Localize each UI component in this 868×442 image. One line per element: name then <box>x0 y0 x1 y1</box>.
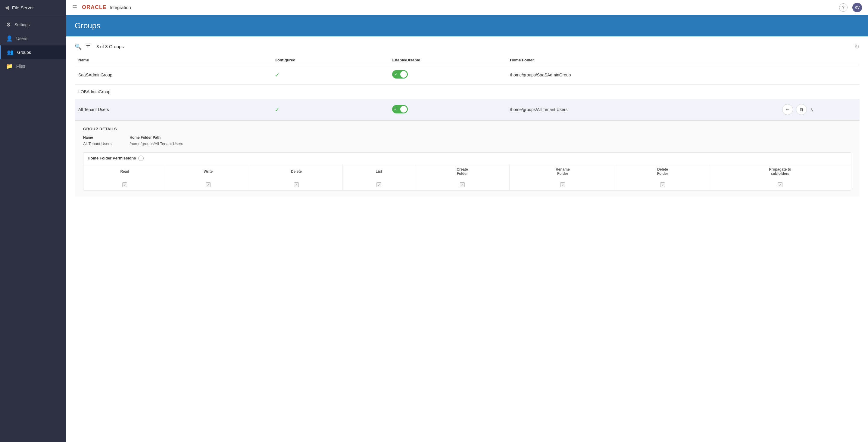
perm-write: ✓ <box>166 179 250 191</box>
perm-rename-folder: ✓ <box>509 179 616 191</box>
table-row: LOBAdminGroup <box>75 84 860 99</box>
group-name: LOBAdminGroup <box>75 84 271 99</box>
search-icon[interactable]: 🔍 <box>75 43 81 50</box>
perm-read-checkbox[interactable]: ✓ <box>122 182 127 187</box>
hamburger-icon[interactable]: ☰ <box>72 4 77 11</box>
sidebar-item-label: Files <box>16 64 25 69</box>
content-area: 🔍 3 of 3 Groups ↻ Name Configured Enable… <box>66 36 868 442</box>
enable-toggle[interactable]: ✓ <box>392 70 408 78</box>
table-row: SaaSAdminGroup ✓ ✓ /home/groups/SaaSAdmi… <box>75 65 860 84</box>
oracle-text: ORACLE <box>82 4 106 10</box>
configured-check-icon: ✓ <box>275 72 280 78</box>
sidebar-nav: ⚙ Settings 👤 Users 👥 Groups 📁 Files <box>0 15 66 73</box>
enable-toggle[interactable]: ✓ <box>392 105 408 113</box>
groups-icon: 👥 <box>7 49 13 56</box>
group-details-title: GROUP DETAILS <box>83 127 851 131</box>
table-row: All Tenant Users ✓ ✓ /home/groups/All Te… <box>75 99 860 121</box>
groups-table: Name Configured Enable/Disable Home Fold… <box>75 55 860 121</box>
users-icon: 👤 <box>6 35 13 42</box>
permissions-title: Home Folder Permissions <box>88 156 136 160</box>
configured-check-icon: ✓ <box>275 106 280 113</box>
svg-rect-1 <box>87 45 90 46</box>
svg-rect-0 <box>86 44 91 44</box>
toggle-knob <box>400 106 407 112</box>
detail-home-folder-label: Home Folder Path <box>129 135 183 140</box>
perm-col-write: Write <box>166 164 250 179</box>
delete-icon: 🗑 <box>799 107 804 112</box>
group-home-folder: /home/groups/SaaSAdminGroup <box>506 65 781 84</box>
group-configured <box>271 84 389 99</box>
help-button[interactable]: ? <box>839 3 847 12</box>
group-name: SaaSAdminGroup <box>75 65 271 84</box>
perm-read: ✓ <box>84 179 166 191</box>
col-header-actions <box>781 55 860 65</box>
perm-delete-folder: ✓ <box>616 179 709 191</box>
perm-create-folder: ✓ <box>415 179 509 191</box>
perm-delete-folder-checkbox[interactable]: ✓ <box>660 182 665 187</box>
perm-col-delete: Delete <box>250 164 343 179</box>
col-header-name: Name <box>75 55 271 65</box>
app-title: File Server <box>12 5 34 10</box>
edit-icon: ✏ <box>786 107 789 112</box>
page-header: Groups <box>66 15 868 36</box>
perm-list-checkbox[interactable]: ✓ <box>376 182 381 187</box>
help-text: ? <box>842 5 844 10</box>
sidebar-item-settings[interactable]: ⚙ Settings <box>0 18 66 32</box>
perm-create-folder-checkbox[interactable]: ✓ <box>460 182 465 187</box>
filter-icon[interactable] <box>85 42 92 50</box>
avatar[interactable]: KV <box>852 3 862 12</box>
edit-button[interactable]: ✏ <box>782 104 793 115</box>
perm-propagate: ✓ <box>709 179 851 191</box>
permissions-row: ✓ ✓ ✓ ✓ ✓ <box>84 179 851 191</box>
group-toggle: ✓ <box>389 65 506 84</box>
sidebar-item-groups[interactable]: 👥 Groups <box>0 45 66 59</box>
detail-home-folder-value: /home/groups/All Tenant Users <box>129 141 183 146</box>
group-row-actions: ✏ 🗑 ∧ <box>781 99 860 120</box>
sidebar-item-label: Users <box>16 36 27 41</box>
sidebar-item-label: Settings <box>14 22 30 27</box>
detail-home-folder-path: Home Folder Path /home/groups/All Tenant… <box>129 135 183 146</box>
details-grid: Name All Tenant Users Home Folder Path /… <box>83 135 851 146</box>
group-configured: ✓ <box>271 65 389 84</box>
collapse-button[interactable]: ∧ <box>810 107 813 112</box>
group-home-folder <box>506 84 781 99</box>
perm-delete: ✓ <box>250 179 343 191</box>
group-name: All Tenant Users <box>75 99 271 121</box>
perm-list: ✓ <box>342 179 415 191</box>
permissions-header: Home Folder Permissions i <box>84 152 851 164</box>
detail-name-value: All Tenant Users <box>83 141 112 146</box>
perm-col-create-folder: CreateFolder <box>415 164 509 179</box>
topnav: ☰ ORACLE Integration ? KV <box>66 0 868 15</box>
perm-propagate-checkbox[interactable]: ✓ <box>778 182 782 187</box>
perm-rename-folder-checkbox[interactable]: ✓ <box>560 182 565 187</box>
col-header-home: Home Folder <box>506 55 781 65</box>
toggle-check-icon: ✓ <box>394 107 397 111</box>
perm-delete-checkbox[interactable]: ✓ <box>294 182 299 187</box>
group-actions <box>781 65 860 84</box>
avatar-initials: KV <box>855 5 860 10</box>
refresh-icon[interactable]: ↻ <box>855 43 860 50</box>
sidebar-item-files[interactable]: 📁 Files <box>0 59 66 73</box>
back-icon[interactable]: ◀ <box>5 4 9 11</box>
group-toggle: ✓ <box>389 99 506 121</box>
topnav-right: ? KV <box>839 3 862 12</box>
toggle-knob <box>400 71 407 78</box>
perm-col-list: List <box>342 164 415 179</box>
group-home-folder: /home/groups/All Tenant Users <box>506 99 781 121</box>
sidebar-item-label: Groups <box>17 50 31 55</box>
permissions-table: Read Write Delete List CreateFolder Rena… <box>84 164 851 191</box>
permissions-box: Home Folder Permissions i Read Write Del… <box>83 152 851 191</box>
permissions-info-icon[interactable]: i <box>138 156 144 161</box>
group-actions <box>781 84 860 99</box>
perm-col-rename-folder: RenameFolder <box>509 164 616 179</box>
group-configured: ✓ <box>271 99 389 121</box>
perm-col-read: Read <box>84 164 166 179</box>
col-header-configured: Configured <box>271 55 389 65</box>
perm-col-propagate: Propagate tosubfolders <box>709 164 851 179</box>
sidebar-item-users[interactable]: 👤 Users <box>0 32 66 45</box>
sidebar: ◀ File Server ⚙ Settings 👤 Users 👥 Group… <box>0 0 66 442</box>
integration-text: Integration <box>110 5 131 10</box>
delete-button[interactable]: 🗑 <box>796 104 807 115</box>
perm-write-checkbox[interactable]: ✓ <box>206 182 211 187</box>
oracle-logo: ORACLE Integration <box>82 4 131 10</box>
